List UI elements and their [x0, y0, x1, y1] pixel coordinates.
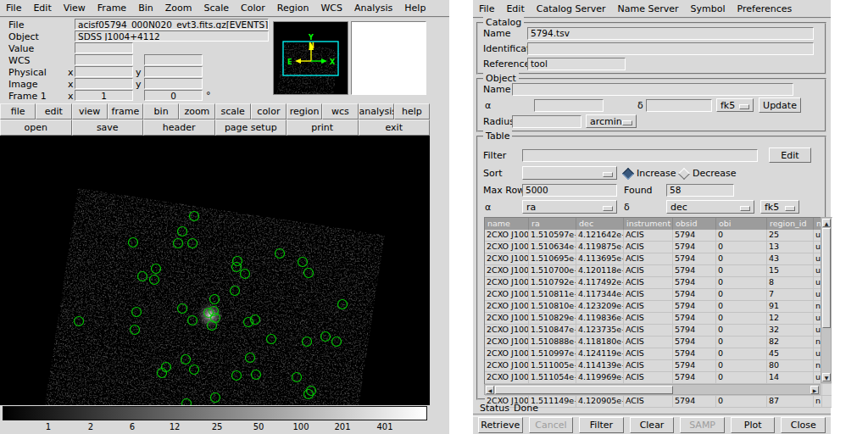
colorbar[interactable] — [3, 406, 427, 420]
file-value-field[interactable]: acisf05794_000N020_evt3.fits.gz[EVENTS] — [75, 19, 269, 30]
toolbar-button-wcs[interactable]: wcs — [322, 103, 358, 120]
toolbar-button-edit[interactable]: edit — [36, 103, 71, 120]
radius-field[interactable] — [512, 115, 581, 128]
toolbar-button-page-setup[interactable]: page setup — [215, 120, 287, 136]
toolbar-button-file[interactable]: file — [0, 103, 36, 120]
value-field[interactable] — [75, 42, 133, 53]
vertical-scroll-thumb[interactable] — [822, 228, 831, 328]
panner[interactable]: Y N E X — [273, 21, 348, 95]
catalog-menu-symbol[interactable]: Symbol — [685, 2, 732, 16]
toolbar-button-color[interactable]: color — [251, 103, 287, 120]
object-delta-field[interactable] — [646, 99, 712, 112]
filter-field[interactable] — [522, 149, 758, 162]
table-horizontal-scrollbar[interactable]: ◀ ▶ — [484, 384, 821, 395]
sort-increase-radio[interactable]: Increase — [624, 168, 676, 179]
table-delta-dropdown[interactable]: dec — [666, 200, 754, 214]
scroll-up-arrow[interactable]: ▲ — [822, 219, 831, 227]
zoom-field[interactable]: 1 — [75, 90, 133, 101]
table-row[interactable]: 2CXO J100411.510810e+04.123209e+0ACIS579… — [485, 301, 832, 313]
toolbar-button-open[interactable]: open — [0, 120, 72, 136]
catalog-menu-preferences[interactable]: Preferences — [732, 2, 798, 16]
horizontal-scroll-thumb[interactable] — [495, 386, 673, 394]
retrieve-button[interactable]: Retrieve — [478, 417, 523, 433]
table-row[interactable]: 2CXO J100421.511054e+04.119969e+0ACIS579… — [485, 372, 832, 384]
object-value-field[interactable]: SDSS J1004+4112 — [75, 31, 269, 42]
ds9-menu-frame[interactable]: Frame — [92, 1, 132, 15]
identification-field[interactable] — [527, 42, 814, 55]
toolbar-button-help[interactable]: help — [394, 103, 430, 120]
toolbar-button-analysis[interactable]: analysis — [359, 103, 394, 120]
scroll-left-arrow[interactable]: ◀ — [486, 386, 494, 394]
sort-decrease-radio[interactable]: Decrease — [680, 168, 737, 179]
object-alpha-field[interactable] — [534, 99, 604, 112]
table-row[interactable]: 2CXO J100421.510888e+04.118180e+0ACIS579… — [485, 337, 832, 348]
column-header-dec[interactable]: dec — [576, 218, 624, 230]
toolbar-button-bin[interactable]: bin — [143, 103, 179, 120]
catalog-menu-catalog-server[interactable]: Catalog Server — [531, 2, 612, 16]
table-row[interactable]: 2CXO J100411.510829e+04.119836e+0ACIS579… — [485, 313, 832, 325]
ds9-menu-scale[interactable]: Scale — [198, 1, 235, 15]
column-header-instrument[interactable]: instrument — [624, 218, 673, 230]
toolbar-button-save[interactable]: save — [72, 120, 144, 136]
catalog-menu-name-server[interactable]: Name Server — [612, 2, 685, 16]
toolbar-button-zoom[interactable]: zoom — [179, 103, 214, 120]
table-vertical-scrollbar[interactable]: ▲ ▼ — [821, 217, 832, 383]
column-header-region-id[interactable]: region_id — [767, 218, 814, 230]
table-row[interactable]: 2CXO J100411.510811e+04.117344e+0ACIS579… — [485, 289, 832, 301]
ds9-menu-wcs[interactable]: WCS — [314, 1, 348, 15]
toolbar-button-print[interactable]: print — [287, 120, 359, 136]
close-button[interactable]: Close — [781, 417, 826, 433]
ds9-menu-view[interactable]: View — [58, 1, 92, 15]
physical-x-field[interactable] — [75, 66, 133, 77]
update-button[interactable]: Update — [759, 97, 801, 113]
rotation-field[interactable]: 0 — [144, 90, 203, 101]
table-row[interactable]: 2CXO J100411.510700e+04.120118e+0ACIS579… — [485, 265, 832, 277]
column-header-obi[interactable]: obi — [716, 218, 767, 230]
reference-field[interactable]: tool — [527, 58, 626, 70]
image-canvas[interactable] — [0, 136, 430, 405]
object-name-field[interactable] — [512, 83, 793, 96]
table-row[interactable]: 2CXO J100421.511005e+04.114139e+0ACIS579… — [485, 360, 832, 372]
toolbar-button-header[interactable]: header — [143, 120, 215, 136]
catalog-name-field[interactable]: 5794.tsv — [527, 27, 814, 40]
table-row[interactable]: 2CXO J100421.510847e+04.123735e+0ACIS579… — [485, 325, 832, 337]
clear-button[interactable]: Clear — [630, 417, 675, 433]
ds9-menu-edit[interactable]: Edit — [27, 1, 57, 15]
toolbar-button-frame[interactable]: frame — [108, 103, 143, 120]
table-row[interactable]: 2CXO J100411.510792e+04.117492e+0ACIS579… — [485, 277, 832, 289]
filter-edit-button[interactable]: Edit — [769, 147, 811, 163]
max-rows-field[interactable]: 5000 — [522, 184, 617, 197]
ds9-menu-region[interactable]: Region — [271, 1, 315, 15]
ds9-menu-analysis[interactable]: Analysis — [348, 1, 398, 15]
radius-unit-dropdown[interactable]: arcmin — [586, 114, 637, 128]
filter-button[interactable]: Filter — [579, 417, 624, 433]
toolbar-button-exit[interactable]: exit — [359, 120, 431, 136]
catalog-menu-file[interactable]: File — [473, 2, 500, 16]
image-y-field[interactable] — [144, 78, 203, 89]
sort-dropdown[interactable] — [522, 166, 617, 180]
column-header-name[interactable]: name — [485, 218, 529, 230]
table-row[interactable]: 2CXO J100411.510695e+04.113695e+0ACIS579… — [485, 253, 832, 265]
catalog-menu-edit[interactable]: Edit — [500, 2, 530, 16]
column-header-obsid[interactable]: obsid — [673, 218, 716, 230]
toolbar-button-scale[interactable]: scale — [215, 103, 251, 120]
scroll-down-arrow[interactable]: ▼ — [822, 373, 831, 381]
column-header-ra[interactable]: ra — [529, 218, 576, 230]
object-coordsys-dropdown[interactable]: fk5 — [716, 98, 754, 112]
wcs-ra-field[interactable] — [75, 54, 133, 65]
wcs-dec-field[interactable] — [144, 54, 203, 65]
physical-y-field[interactable] — [144, 66, 203, 77]
magnifier[interactable] — [351, 21, 426, 95]
image-x-field[interactable] — [75, 78, 133, 89]
ds9-menu-file[interactable]: File — [0, 1, 27, 15]
table-row[interactable]: 2CXO J100411.510597e+04.121642e+0ACIS579… — [485, 230, 832, 242]
ds9-menu-bin[interactable]: Bin — [132, 1, 159, 15]
ds9-menu-color[interactable]: Color — [235, 1, 271, 15]
table-alpha-dropdown[interactable]: ra — [522, 200, 617, 214]
ds9-menu-help[interactable]: Help — [398, 1, 431, 15]
plot-button[interactable]: Plot — [731, 417, 776, 433]
ds9-menu-zoom[interactable]: Zoom — [159, 1, 198, 15]
scroll-right-arrow[interactable]: ▶ — [810, 386, 819, 394]
toolbar-button-region[interactable]: region — [287, 103, 322, 120]
table-row[interactable]: 2CXO J100411.510634e+04.119875e+0ACIS579… — [485, 242, 832, 253]
